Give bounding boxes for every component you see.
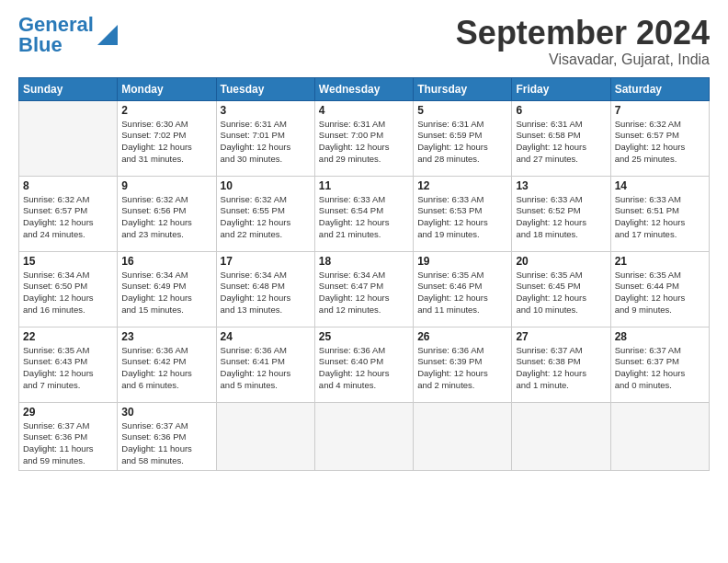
page-container: GeneralBlue September 2024 Visavadar, Gu…: [0, 0, 728, 480]
day-number: 29: [23, 406, 113, 419]
day-number: 9: [121, 179, 211, 192]
table-row: 7Sunrise: 6:32 AMSunset: 6:57 PMDaylight…: [610, 100, 709, 176]
day-number: 10: [221, 179, 311, 192]
table-row: [216, 402, 314, 470]
table-row: 30Sunrise: 6:37 AMSunset: 6:36 PMDayligh…: [118, 402, 216, 470]
month-title: September 2024: [456, 15, 710, 52]
col-thursday: Thursday: [414, 77, 512, 100]
day-number: 4: [319, 104, 409, 117]
day-info: Sunrise: 6:34 AMSunset: 6:49 PMDaylight:…: [121, 270, 211, 316]
header: GeneralBlue September 2024 Visavadar, Gu…: [18, 15, 710, 68]
day-info: Sunrise: 6:31 AMSunset: 7:00 PMDaylight:…: [319, 119, 409, 166]
logo: GeneralBlue: [18, 15, 118, 55]
day-number: 20: [516, 255, 606, 268]
day-number: 5: [417, 104, 507, 117]
day-number: 15: [23, 255, 113, 268]
table-row: 25Sunrise: 6:36 AMSunset: 6:40 PMDayligh…: [314, 327, 413, 402]
day-info: Sunrise: 6:36 AMSunset: 6:39 PMDaylight:…: [417, 345, 507, 392]
table-row: [610, 402, 709, 470]
title-block: September 2024 Visavadar, Gujarat, India: [456, 15, 710, 68]
day-info: Sunrise: 6:32 AMSunset: 6:57 PMDaylight:…: [23, 194, 113, 241]
day-info: Sunrise: 6:31 AMSunset: 7:01 PMDaylight:…: [221, 119, 311, 166]
day-number: 2: [121, 104, 211, 117]
table-row: 10Sunrise: 6:32 AMSunset: 6:55 PMDayligh…: [216, 176, 314, 251]
logo-text: GeneralBlue: [18, 15, 94, 55]
location: Visavadar, Gujarat, India: [456, 52, 710, 68]
table-row: 17Sunrise: 6:34 AMSunset: 6:48 PMDayligh…: [216, 251, 314, 327]
day-number: 25: [319, 330, 409, 343]
col-wednesday: Wednesday: [314, 77, 413, 100]
col-friday: Friday: [512, 77, 610, 100]
day-number: 17: [221, 255, 311, 268]
day-info: Sunrise: 6:34 AMSunset: 6:50 PMDaylight:…: [23, 270, 113, 316]
day-number: 22: [23, 330, 113, 343]
table-row: 11Sunrise: 6:33 AMSunset: 6:54 PMDayligh…: [314, 176, 413, 251]
day-info: Sunrise: 6:35 AMSunset: 6:46 PMDaylight:…: [417, 270, 507, 316]
table-row: 16Sunrise: 6:34 AMSunset: 6:49 PMDayligh…: [118, 251, 216, 327]
table-row: 22Sunrise: 6:35 AMSunset: 6:43 PMDayligh…: [19, 327, 118, 402]
day-number: 18: [319, 255, 409, 268]
col-sunday: Sunday: [19, 77, 118, 100]
logo-icon: [97, 25, 118, 45]
table-row: 23Sunrise: 6:36 AMSunset: 6:42 PMDayligh…: [118, 327, 216, 402]
day-info: Sunrise: 6:34 AMSunset: 6:48 PMDaylight:…: [221, 270, 311, 316]
day-info: Sunrise: 6:35 AMSunset: 6:43 PMDaylight:…: [23, 345, 113, 392]
table-row: 2Sunrise: 6:30 AMSunset: 7:02 PMDaylight…: [118, 100, 216, 176]
col-saturday: Saturday: [610, 77, 709, 100]
table-row: 26Sunrise: 6:36 AMSunset: 6:39 PMDayligh…: [414, 327, 512, 402]
day-info: Sunrise: 6:37 AMSunset: 6:36 PMDaylight:…: [23, 420, 113, 467]
table-row: [19, 100, 118, 176]
table-row: 15Sunrise: 6:34 AMSunset: 6:50 PMDayligh…: [19, 251, 118, 327]
day-info: Sunrise: 6:37 AMSunset: 6:38 PMDaylight:…: [516, 345, 606, 392]
table-row: 20Sunrise: 6:35 AMSunset: 6:45 PMDayligh…: [512, 251, 610, 327]
day-info: Sunrise: 6:35 AMSunset: 6:45 PMDaylight:…: [516, 270, 606, 316]
table-row: 3Sunrise: 6:31 AMSunset: 7:01 PMDaylight…: [216, 100, 314, 176]
day-info: Sunrise: 6:32 AMSunset: 6:57 PMDaylight:…: [615, 119, 705, 166]
day-info: Sunrise: 6:33 AMSunset: 6:52 PMDaylight:…: [516, 194, 606, 241]
day-info: Sunrise: 6:37 AMSunset: 6:37 PMDaylight:…: [615, 345, 705, 392]
day-number: 3: [221, 104, 311, 117]
day-info: Sunrise: 6:31 AMSunset: 6:58 PMDaylight:…: [516, 119, 606, 166]
day-info: Sunrise: 6:33 AMSunset: 6:53 PMDaylight:…: [417, 194, 507, 241]
table-row: 14Sunrise: 6:33 AMSunset: 6:51 PMDayligh…: [610, 176, 709, 251]
day-number: 24: [221, 330, 311, 343]
day-number: 13: [516, 179, 606, 192]
table-row: 8Sunrise: 6:32 AMSunset: 6:57 PMDaylight…: [19, 176, 118, 251]
day-number: 14: [615, 179, 705, 192]
table-row: 27Sunrise: 6:37 AMSunset: 6:38 PMDayligh…: [512, 327, 610, 402]
day-info: Sunrise: 6:37 AMSunset: 6:36 PMDaylight:…: [121, 420, 211, 467]
day-number: 7: [615, 104, 705, 117]
day-info: Sunrise: 6:33 AMSunset: 6:54 PMDaylight:…: [319, 194, 409, 241]
day-info: Sunrise: 6:32 AMSunset: 6:56 PMDaylight:…: [121, 194, 211, 241]
day-info: Sunrise: 6:31 AMSunset: 6:59 PMDaylight:…: [417, 119, 507, 166]
table-row: [414, 402, 512, 470]
day-info: Sunrise: 6:32 AMSunset: 6:55 PMDaylight:…: [221, 194, 311, 241]
day-number: 19: [417, 255, 507, 268]
col-monday: Monday: [118, 77, 216, 100]
day-number: 8: [23, 179, 113, 192]
table-row: 21Sunrise: 6:35 AMSunset: 6:44 PMDayligh…: [610, 251, 709, 327]
day-info: Sunrise: 6:36 AMSunset: 6:40 PMDaylight:…: [319, 345, 409, 392]
calendar-table: Sunday Monday Tuesday Wednesday Thursday…: [18, 77, 710, 471]
day-number: 6: [516, 104, 606, 117]
day-number: 23: [121, 330, 211, 343]
table-row: 5Sunrise: 6:31 AMSunset: 6:59 PMDaylight…: [414, 100, 512, 176]
col-tuesday: Tuesday: [216, 77, 314, 100]
table-row: 18Sunrise: 6:34 AMSunset: 6:47 PMDayligh…: [314, 251, 413, 327]
day-info: Sunrise: 6:35 AMSunset: 6:44 PMDaylight:…: [615, 270, 705, 316]
table-row: 19Sunrise: 6:35 AMSunset: 6:46 PMDayligh…: [414, 251, 512, 327]
table-row: 6Sunrise: 6:31 AMSunset: 6:58 PMDaylight…: [512, 100, 610, 176]
day-number: 12: [417, 179, 507, 192]
table-row: 29Sunrise: 6:37 AMSunset: 6:36 PMDayligh…: [19, 402, 118, 470]
svg-marker-0: [97, 25, 118, 45]
day-number: 21: [615, 255, 705, 268]
day-info: Sunrise: 6:36 AMSunset: 6:41 PMDaylight:…: [221, 345, 311, 392]
day-info: Sunrise: 6:36 AMSunset: 6:42 PMDaylight:…: [121, 345, 211, 392]
day-info: Sunrise: 6:30 AMSunset: 7:02 PMDaylight:…: [121, 119, 211, 166]
day-number: 28: [615, 330, 705, 343]
table-row: 13Sunrise: 6:33 AMSunset: 6:52 PMDayligh…: [512, 176, 610, 251]
table-row: 4Sunrise: 6:31 AMSunset: 7:00 PMDaylight…: [314, 100, 413, 176]
day-number: 30: [121, 406, 211, 419]
table-row: 12Sunrise: 6:33 AMSunset: 6:53 PMDayligh…: [414, 176, 512, 251]
table-row: 9Sunrise: 6:32 AMSunset: 6:56 PMDaylight…: [118, 176, 216, 251]
